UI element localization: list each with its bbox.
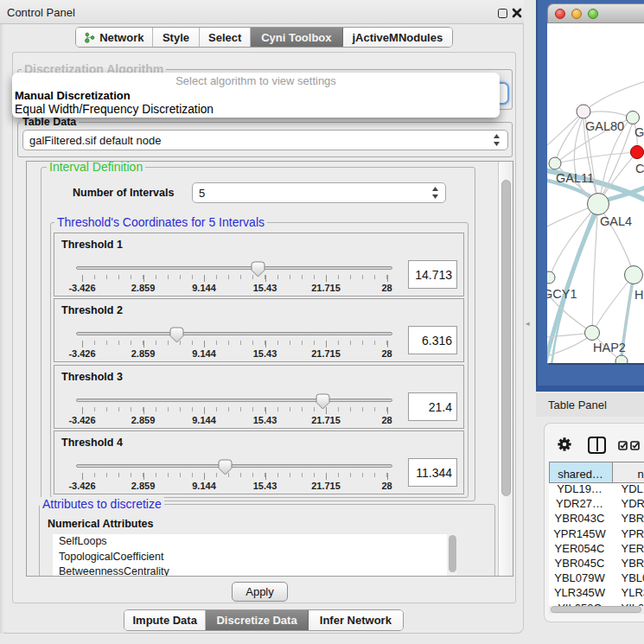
svg-text:GAL4: GAL4	[600, 214, 632, 228]
svg-text:HAP2: HAP2	[593, 341, 626, 354]
svg-text:GA: GA	[634, 125, 644, 139]
svg-text:H: H	[634, 288, 643, 302]
svg-text:GAL80: GAL80	[585, 119, 624, 133]
svg-text:C: C	[635, 162, 644, 175]
svg-text:GAL11: GAL11	[556, 171, 594, 185]
svg-text:GCY1: GCY1	[547, 287, 577, 301]
